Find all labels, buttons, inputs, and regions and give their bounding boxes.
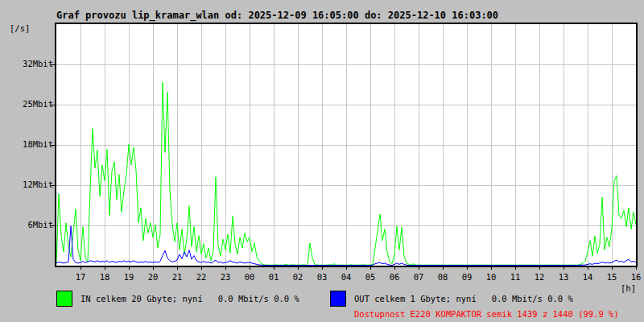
x-tick-label: 16	[624, 272, 644, 283]
x-tick-mark	[298, 267, 299, 270]
legend-in-label: IN celkem 20 Gbyte; nyní 0.0 Mbit/s 0.0 …	[80, 294, 299, 303]
legend-out-swatch	[330, 291, 346, 307]
y-tick-mark	[51, 145, 55, 146]
x-tick-label: 04	[334, 272, 358, 283]
x-tick-mark	[515, 267, 516, 270]
traffic-graph-page: Graf provozu lip_kramar_wlan od: 2025-12…	[0, 0, 644, 322]
x-tick-label: 03	[310, 272, 334, 283]
x-tick-mark	[177, 267, 178, 270]
x-tick-mark	[225, 267, 226, 270]
x-tick-label: 05	[358, 272, 382, 283]
y-axis-unit-label: [/s]	[10, 23, 30, 33]
x-tick-label: 12	[527, 272, 551, 283]
x-tick-label: 19	[117, 272, 141, 283]
x-tick-mark	[636, 267, 637, 270]
x-tick-mark	[467, 267, 468, 270]
legend-in-swatch	[56, 291, 72, 307]
x-tick-label: 08	[431, 272, 455, 283]
y-tick-label: 6Mbit	[14, 220, 53, 230]
x-tick-mark	[322, 267, 323, 270]
x-tick-mark	[419, 267, 419, 270]
x-tick-label: 17	[68, 272, 93, 283]
x-tick-mark	[588, 267, 588, 270]
y-tick-mark	[51, 105, 55, 105]
x-tick-mark	[394, 267, 395, 270]
x-tick-mark	[612, 267, 613, 270]
x-tick-label: 01	[262, 272, 286, 283]
x-tick-mark	[129, 267, 130, 270]
chart-plot-area	[55, 23, 638, 267]
x-tick-mark	[80, 267, 81, 270]
x-tick-label: 02	[286, 272, 310, 283]
x-tick-label: 11	[503, 272, 527, 283]
x-tick-mark	[370, 267, 371, 270]
y-tick-label: 12Mbit	[14, 180, 53, 190]
x-tick-label: 22	[189, 272, 213, 283]
x-tick-mark	[491, 267, 492, 270]
page-title: Graf provozu lip_kramar_wlan od: 2025-12…	[56, 10, 498, 21]
x-tick-label: 18	[93, 272, 117, 283]
y-tick-mark	[51, 185, 55, 186]
x-tick-label: 00	[237, 272, 262, 283]
legend-out-label: OUT celkem 1 Gbyte; nyní 0.0 Mbit/s 0.0 …	[354, 294, 573, 303]
x-tick-mark	[105, 267, 105, 270]
x-tick-label: 21	[165, 272, 189, 283]
x-tick-mark	[153, 267, 154, 270]
x-tick-mark	[539, 267, 540, 270]
y-tick-mark	[51, 64, 55, 65]
x-tick-label: 06	[382, 272, 407, 283]
x-tick-mark	[346, 267, 347, 270]
traffic-chart	[56, 24, 636, 266]
x-tick-label: 07	[407, 272, 431, 283]
x-tick-mark	[201, 267, 202, 270]
availability-text: Dostupnost E220 KOMPAKTOR semik 1439 z 1…	[354, 309, 619, 319]
x-tick-label: 15	[600, 272, 624, 283]
x-tick-mark	[564, 267, 564, 270]
y-tick-mark	[51, 225, 55, 226]
y-tick-label: 32Mbit	[14, 59, 53, 69]
x-tick-mark	[443, 267, 444, 270]
x-tick-label: 10	[479, 272, 503, 283]
y-tick-label: 18Mbit	[14, 139, 53, 150]
x-tick-mark	[274, 267, 275, 270]
x-tick-label: 09	[455, 272, 479, 283]
x-tick-mark	[250, 267, 250, 270]
x-tick-label: 23	[213, 272, 237, 283]
x-tick-label: 13	[551, 272, 576, 283]
x-tick-label: 14	[576, 272, 600, 283]
y-tick-label: 25Mbit	[14, 99, 53, 109]
x-tick-label: 20	[141, 272, 165, 283]
x-axis-unit-label: [h]	[605, 283, 636, 293]
